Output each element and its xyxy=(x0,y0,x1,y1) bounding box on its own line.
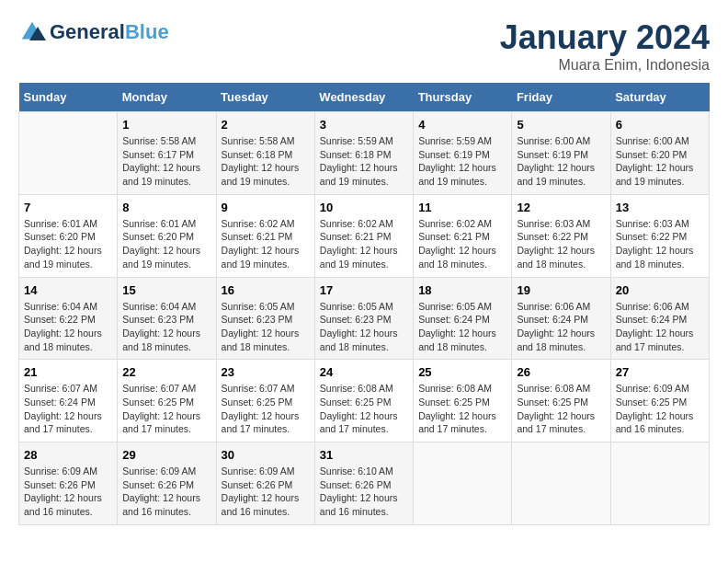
day-info: Sunrise: 6:09 AMSunset: 6:25 PMDaylight:… xyxy=(616,382,704,436)
day-info: Sunrise: 6:08 AMSunset: 6:25 PMDaylight:… xyxy=(418,382,506,436)
main-title: January 2024 xyxy=(500,18,710,57)
day-info: Sunrise: 6:08 AMSunset: 6:25 PMDaylight:… xyxy=(517,382,605,436)
day-info: Sunrise: 6:01 AMSunset: 6:20 PMDaylight:… xyxy=(24,217,112,271)
day-number: 25 xyxy=(418,365,506,379)
day-number: 23 xyxy=(222,365,310,379)
calendar-cell: 27Sunrise: 6:09 AMSunset: 6:25 PMDayligh… xyxy=(610,360,709,442)
calendar-cell: 8Sunrise: 6:01 AMSunset: 6:20 PMDaylight… xyxy=(118,194,216,277)
calendar-cell xyxy=(610,442,709,525)
day-number: 5 xyxy=(517,118,605,132)
day-info: Sunrise: 5:59 AMSunset: 6:18 PMDaylight:… xyxy=(320,134,408,189)
day-info: Sunrise: 6:09 AMSunset: 6:26 PMDaylight:… xyxy=(222,465,310,519)
page-header: GeneralBlue January 2024 Muara Enim, Ind… xyxy=(18,18,710,74)
day-number: 22 xyxy=(122,365,210,379)
calendar-cell: 5Sunrise: 6:00 AMSunset: 6:19 PMDaylight… xyxy=(512,112,610,195)
calendar-cell: 29Sunrise: 6:09 AMSunset: 6:26 PMDayligh… xyxy=(118,442,216,525)
day-number: 19 xyxy=(517,283,605,297)
day-number: 28 xyxy=(24,448,112,462)
day-info: Sunrise: 6:07 AMSunset: 6:25 PMDaylight:… xyxy=(122,382,210,436)
day-info: Sunrise: 6:00 AMSunset: 6:19 PMDaylight:… xyxy=(517,134,605,189)
calendar-cell xyxy=(512,442,610,525)
column-header-saturday: Saturday xyxy=(610,83,709,112)
calendar-cell: 19Sunrise: 6:06 AMSunset: 6:24 PMDayligh… xyxy=(512,277,610,360)
day-number: 26 xyxy=(517,365,605,379)
calendar-cell: 9Sunrise: 6:02 AMSunset: 6:21 PMDaylight… xyxy=(216,194,314,277)
calendar-cell xyxy=(19,112,118,195)
week-row-4: 28Sunrise: 6:09 AMSunset: 6:26 PMDayligh… xyxy=(19,442,710,525)
day-number: 30 xyxy=(222,448,310,462)
day-info: Sunrise: 6:07 AMSunset: 6:25 PMDaylight:… xyxy=(222,382,310,436)
day-number: 17 xyxy=(320,283,408,297)
day-number: 21 xyxy=(24,365,112,379)
calendar-cell: 30Sunrise: 6:09 AMSunset: 6:26 PMDayligh… xyxy=(216,442,314,525)
day-number: 8 xyxy=(122,201,210,214)
day-info: Sunrise: 6:10 AMSunset: 6:26 PMDaylight:… xyxy=(320,465,408,519)
column-header-friday: Friday xyxy=(512,83,610,112)
day-info: Sunrise: 6:02 AMSunset: 6:21 PMDaylight:… xyxy=(418,217,506,271)
calendar-cell: 4Sunrise: 5:59 AMSunset: 6:19 PMDaylight… xyxy=(414,112,512,195)
day-number: 16 xyxy=(222,283,310,297)
day-number: 11 xyxy=(418,201,506,214)
day-number: 2 xyxy=(222,118,310,132)
day-info: Sunrise: 6:04 AMSunset: 6:22 PMDaylight:… xyxy=(24,300,112,354)
day-number: 31 xyxy=(320,448,408,462)
calendar-cell: 26Sunrise: 6:08 AMSunset: 6:25 PMDayligh… xyxy=(512,360,610,442)
calendar-cell: 7Sunrise: 6:01 AMSunset: 6:20 PMDaylight… xyxy=(19,194,118,277)
day-info: Sunrise: 6:03 AMSunset: 6:22 PMDaylight:… xyxy=(517,217,605,271)
day-number: 20 xyxy=(616,283,704,297)
day-info: Sunrise: 5:58 AMSunset: 6:17 PMDaylight:… xyxy=(122,134,210,189)
column-header-wednesday: Wednesday xyxy=(314,83,413,112)
week-row-3: 21Sunrise: 6:07 AMSunset: 6:24 PMDayligh… xyxy=(19,360,710,442)
day-info: Sunrise: 6:01 AMSunset: 6:20 PMDaylight:… xyxy=(122,217,210,271)
day-number: 7 xyxy=(24,201,112,214)
calendar-cell: 28Sunrise: 6:09 AMSunset: 6:26 PMDayligh… xyxy=(19,442,118,525)
calendar-cell: 22Sunrise: 6:07 AMSunset: 6:25 PMDayligh… xyxy=(118,360,216,442)
day-number: 24 xyxy=(320,365,408,379)
day-number: 14 xyxy=(24,283,112,297)
calendar-cell: 14Sunrise: 6:04 AMSunset: 6:22 PMDayligh… xyxy=(19,277,118,360)
day-number: 1 xyxy=(122,118,210,132)
day-info: Sunrise: 5:59 AMSunset: 6:19 PMDaylight:… xyxy=(418,134,506,189)
calendar-table: SundayMondayTuesdayWednesdayThursdayFrid… xyxy=(18,83,710,525)
calendar-cell: 12Sunrise: 6:03 AMSunset: 6:22 PMDayligh… xyxy=(512,194,610,277)
day-info: Sunrise: 6:07 AMSunset: 6:24 PMDaylight:… xyxy=(24,382,112,436)
week-row-2: 14Sunrise: 6:04 AMSunset: 6:22 PMDayligh… xyxy=(19,277,710,360)
calendar-cell: 1Sunrise: 5:58 AMSunset: 6:17 PMDaylight… xyxy=(118,112,216,195)
calendar-cell: 18Sunrise: 6:05 AMSunset: 6:24 PMDayligh… xyxy=(414,277,512,360)
day-info: Sunrise: 6:05 AMSunset: 6:23 PMDaylight:… xyxy=(222,300,310,354)
day-info: Sunrise: 6:09 AMSunset: 6:26 PMDaylight:… xyxy=(24,465,112,519)
calendar-cell xyxy=(414,442,512,525)
day-number: 15 xyxy=(122,283,210,297)
logo: GeneralBlue xyxy=(18,18,169,46)
day-info: Sunrise: 6:08 AMSunset: 6:25 PMDaylight:… xyxy=(320,382,408,436)
calendar-header-row: SundayMondayTuesdayWednesdayThursdayFrid… xyxy=(19,83,710,112)
day-number: 27 xyxy=(616,365,704,379)
day-number: 12 xyxy=(517,201,605,214)
column-header-thursday: Thursday xyxy=(414,83,512,112)
day-info: Sunrise: 6:03 AMSunset: 6:22 PMDaylight:… xyxy=(616,217,704,271)
calendar-cell: 3Sunrise: 5:59 AMSunset: 6:18 PMDaylight… xyxy=(314,112,413,195)
column-header-monday: Monday xyxy=(118,83,216,112)
column-header-tuesday: Tuesday xyxy=(216,83,314,112)
calendar-cell: 2Sunrise: 5:58 AMSunset: 6:18 PMDaylight… xyxy=(216,112,314,195)
day-info: Sunrise: 6:00 AMSunset: 6:20 PMDaylight:… xyxy=(616,134,704,189)
day-info: Sunrise: 6:02 AMSunset: 6:21 PMDaylight:… xyxy=(222,217,310,271)
logo-icon xyxy=(18,18,46,46)
calendar-cell: 10Sunrise: 6:02 AMSunset: 6:21 PMDayligh… xyxy=(314,194,413,277)
day-info: Sunrise: 6:04 AMSunset: 6:23 PMDaylight:… xyxy=(122,300,210,354)
week-row-1: 7Sunrise: 6:01 AMSunset: 6:20 PMDaylight… xyxy=(19,194,710,277)
calendar-cell: 23Sunrise: 6:07 AMSunset: 6:25 PMDayligh… xyxy=(216,360,314,442)
calendar-cell: 20Sunrise: 6:06 AMSunset: 6:24 PMDayligh… xyxy=(610,277,709,360)
day-info: Sunrise: 5:58 AMSunset: 6:18 PMDaylight:… xyxy=(222,134,310,189)
day-number: 29 xyxy=(122,448,210,462)
subtitle: Muara Enim, Indonesia xyxy=(500,57,710,74)
calendar-cell: 31Sunrise: 6:10 AMSunset: 6:26 PMDayligh… xyxy=(314,442,413,525)
week-row-0: 1Sunrise: 5:58 AMSunset: 6:17 PMDaylight… xyxy=(19,112,710,195)
day-number: 6 xyxy=(616,118,704,132)
calendar-cell: 15Sunrise: 6:04 AMSunset: 6:23 PMDayligh… xyxy=(118,277,216,360)
day-number: 18 xyxy=(418,283,506,297)
calendar-cell: 24Sunrise: 6:08 AMSunset: 6:25 PMDayligh… xyxy=(314,360,413,442)
calendar-cell: 13Sunrise: 6:03 AMSunset: 6:22 PMDayligh… xyxy=(610,194,709,277)
calendar-cell: 11Sunrise: 6:02 AMSunset: 6:21 PMDayligh… xyxy=(414,194,512,277)
column-header-sunday: Sunday xyxy=(19,83,118,112)
